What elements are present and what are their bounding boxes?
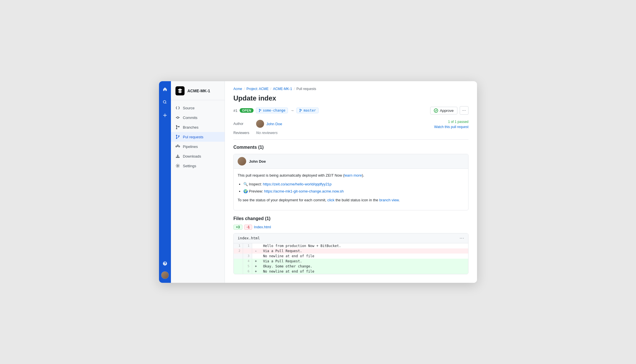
home-icon[interactable]	[161, 85, 169, 93]
diff-new-num: 3	[243, 254, 252, 259]
passed-badge: 1 of 1 passed	[448, 120, 468, 124]
diff-code: - Via a Pull Request.	[252, 248, 468, 254]
user-avatar-icon[interactable]	[161, 271, 169, 279]
icon-bar	[159, 81, 171, 283]
pr-number: #1	[233, 108, 237, 113]
reviewers-label: Reviewers	[233, 131, 253, 135]
pr-right-meta: 1 of 1 passed Watch this pull request	[434, 120, 468, 129]
main-content: Acme / Project: ACME / ACME-MK-1 / Pull …	[225, 81, 477, 283]
reviewers-row: Reviewers No reviewers	[233, 131, 282, 135]
learn-more-link[interactable]: learn more	[344, 173, 362, 177]
comment-links-list: 🔍 Inspect: https://zeit.co/acme/hello-wo…	[243, 181, 464, 194]
svg-point-12	[177, 165, 179, 167]
app-window: ACME-MK-1 Source Commits Branches Pul re…	[159, 81, 477, 283]
diff-old-num	[234, 259, 243, 264]
settings-icon	[175, 164, 180, 168]
preview-url-link[interactable]: https://acme-mk1-git-some-change.acme.no…	[264, 189, 344, 193]
branch-view-link[interactable]: branch view	[379, 198, 399, 202]
sidebar-item-commits[interactable]: Commits	[171, 113, 225, 122]
diff-table: 1 1 Hello from production Now + BitBucke…	[234, 243, 468, 274]
diff-line-row: 2 - Via a Pull Request.	[234, 248, 468, 254]
diff-line-row: 4 + Via a Pull Request.	[234, 259, 468, 264]
pr-status-badge: OPEN	[240, 108, 253, 113]
svg-point-3	[176, 128, 177, 129]
comment-card: John Doe This pull request is being auto…	[233, 154, 468, 210]
source-branch-tag: some-change	[256, 108, 288, 113]
click-link[interactable]: click	[327, 198, 334, 202]
inspect-url-link[interactable]: https://zeit.co/acme/hello-world/qqdfyy2…	[263, 182, 332, 186]
svg-point-14	[259, 111, 260, 112]
diff-header: index.html ···	[234, 233, 468, 243]
svg-rect-11	[176, 157, 179, 158]
diff-old-num: 2	[234, 248, 243, 254]
branch-icon	[258, 109, 262, 112]
target-branch-tag: master	[296, 108, 318, 113]
sidebar-logo	[175, 86, 185, 95]
sidebar-item-pull-requests[interactable]: Pul requests	[171, 132, 225, 142]
reviewers-value: No reviewers	[256, 131, 278, 135]
comment-status-text: To see the status of your deployment for…	[238, 197, 464, 203]
file-badges-row: +3 -1 Index.html	[233, 225, 468, 230]
comment-header: John Doe	[234, 154, 468, 169]
more-options-button[interactable]: ···	[460, 106, 468, 115]
branches-icon	[175, 125, 180, 129]
downloads-icon	[175, 154, 180, 158]
breadcrumb-acme[interactable]: Acme	[233, 87, 242, 91]
sidebar-item-pipelines[interactable]: Pipelines	[171, 142, 225, 151]
svg-point-7	[179, 136, 179, 137]
files-changed-title: Files changed (1)	[233, 216, 468, 221]
diff-line-row: 1 1 Hello from production Now + BitBucke…	[234, 243, 468, 248]
diff-line-row: 6 + No newline at end of file	[234, 269, 468, 274]
pr-meta-row: #1 OPEN some-change → master Approve ···	[233, 106, 468, 115]
author-avatar	[256, 120, 264, 128]
branch-target-icon	[299, 109, 302, 112]
svg-point-19	[434, 109, 438, 112]
author-value: John Doe	[256, 120, 282, 128]
sidebar-item-branches[interactable]: Branches	[171, 122, 225, 132]
diff-old-num	[234, 264, 243, 269]
diff-new-num: 5	[243, 264, 252, 269]
author-name[interactable]: John Doe	[266, 122, 282, 126]
diff-more-button[interactable]: ···	[460, 236, 464, 241]
sidebar-project-name: ACME-MK-1	[187, 89, 210, 93]
pr-arrow-icon: →	[290, 108, 294, 113]
svg-point-1	[177, 117, 179, 118]
help-icon[interactable]	[161, 260, 169, 267]
comment-inspect-item: 🔍 Inspect: https://zeit.co/acme/hello-wo…	[243, 181, 464, 187]
approve-button[interactable]: Approve	[430, 107, 457, 114]
diff-old-num	[234, 254, 243, 259]
diff-new-num: 6	[243, 269, 252, 274]
author-reviewers-section: Author John Doe Reviewers No reviewers	[233, 120, 468, 140]
diff-code: + No newline at end of file	[252, 269, 468, 274]
diff-code: No newline at end of file	[252, 254, 468, 259]
svg-point-8	[176, 146, 177, 147]
file-name-link[interactable]: Index.html	[254, 225, 271, 229]
no-reviewers-text: No reviewers	[256, 131, 278, 135]
sidebar-item-settings[interactable]: Settings	[171, 161, 225, 171]
pipelines-icon	[175, 144, 180, 149]
sidebar-header: ACME-MK-1	[171, 81, 225, 100]
svg-point-5	[176, 135, 177, 136]
sidebar: ACME-MK-1 Source Commits Branches Pul re…	[171, 81, 225, 283]
diff-old-num: 1	[234, 243, 243, 248]
svg-point-6	[176, 138, 177, 139]
breadcrumb-current: Pull requests	[296, 87, 316, 91]
source-icon	[175, 106, 180, 110]
diff-code: Hello from production Now + BitBucket.	[252, 243, 468, 248]
author-label: Author	[233, 122, 253, 126]
sidebar-item-downloads[interactable]: Downloads	[171, 151, 225, 161]
diff-new-num: 1	[243, 243, 252, 248]
diff-old-num	[234, 269, 243, 274]
comments-section-title: Comments (1)	[233, 145, 468, 150]
breadcrumb-repo[interactable]: ACME-MK-1	[273, 87, 292, 91]
comment-avatar	[238, 157, 246, 166]
approve-check-icon	[434, 108, 438, 113]
search-icon[interactable]	[161, 98, 169, 106]
add-icon[interactable]	[161, 111, 169, 119]
diff-new-num	[243, 248, 252, 254]
breadcrumb-project[interactable]: Project: ACME	[246, 87, 269, 91]
deletions-badge: -1	[244, 225, 252, 230]
sidebar-item-source[interactable]: Source	[171, 103, 225, 113]
watch-pull-request-link[interactable]: Watch this pull request	[434, 125, 468, 129]
diff-filename: index.html	[238, 236, 260, 240]
